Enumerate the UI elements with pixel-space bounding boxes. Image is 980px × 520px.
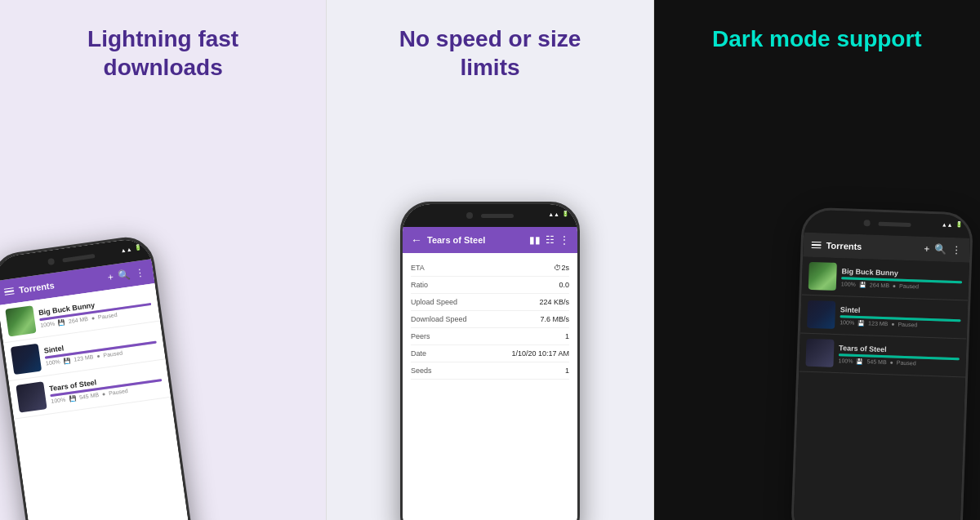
panel-lightning: Lightning fast downloads ▲▲ 🔋 Torrent xyxy=(0,0,326,520)
upload-value: 224 KB/s xyxy=(539,298,569,306)
back-arrow-icon[interactable]: ← xyxy=(411,233,422,247)
add-icon-1[interactable]: + xyxy=(107,271,114,283)
ratio-value: 0.0 xyxy=(559,281,569,289)
torrent-info-sintel-1: Sintel 100% 💾 123 MB ● Paused xyxy=(43,331,158,367)
phone-camera-2 xyxy=(466,212,473,219)
panel-dark-mode: Dark mode support ▲▲ 🔋 Torrents xyxy=(654,0,980,520)
thumb-tos-1 xyxy=(16,381,47,412)
detail-row-peers: Peers 1 xyxy=(411,328,569,345)
detail-bar-title: Tears of Steel xyxy=(427,235,524,245)
thumb-tos-3 xyxy=(805,339,834,367)
phone-screen-3: ▲▲ 🔋 Torrents + 🔍 ⋮ xyxy=(793,210,971,520)
detail-row-seeds: Seeds 1 xyxy=(411,362,569,380)
torrent-item-bbb-3[interactable]: Big Buck Bunny 100% 💾 264 MB ● Paused xyxy=(801,257,969,301)
thumb-sintel-1 xyxy=(11,344,42,375)
torrent-size-tos-3: 💾 xyxy=(856,358,863,364)
detail-bar-icons: ▮▮ ☷ ⋮ xyxy=(529,234,569,246)
torrent-status-val-tos-3: Paused xyxy=(897,360,916,367)
torrent-status-sintel-1: ● xyxy=(96,353,100,359)
phone-status-1: ▲▲ 🔋 xyxy=(120,244,142,254)
search-icon-3[interactable]: 🔍 xyxy=(934,243,947,256)
phone-camera-1 xyxy=(47,258,55,265)
torrent-info-sintel-3: Sintel 100% 💾 123 MB ● Paused xyxy=(840,305,961,330)
torrent-size-bbb-3: 💾 xyxy=(859,281,866,287)
torrent-info-bbb-3: Big Buck Bunny 100% 💾 264 MB ● Paused xyxy=(841,267,963,291)
phone-status-3: ▲▲ 🔋 xyxy=(942,220,963,228)
panel-no-limits: No speed or size limits ▲▲ 🔋 ← Tears of … xyxy=(326,0,653,520)
torrent-size-val-bbb-1: 264 MB xyxy=(68,316,88,324)
torrent-size-val-tos-1: 545 MB xyxy=(79,392,100,400)
panel-2-title: No speed or size limits xyxy=(376,24,604,82)
thumb-sintel-3 xyxy=(807,300,835,329)
download-value: 7.6 MB/s xyxy=(540,315,569,323)
phone-speaker-2 xyxy=(481,214,514,218)
torrent-progress-sintel-3: 100% xyxy=(840,319,854,326)
phone-screen-2: ▲▲ 🔋 ← Tears of Steel ▮▮ ☷ ⋮ ETA ⏱2s xyxy=(403,204,577,520)
torrent-item-tos-3[interactable]: Tears of Steel 100% 💾 545 MB ● Paused xyxy=(799,333,967,377)
torrent-status-val-tos-1: Paused xyxy=(109,388,128,396)
phone-mockup-2: ▲▲ 🔋 ← Tears of Steel ▮▮ ☷ ⋮ ETA ⏱2s xyxy=(400,202,580,520)
torrent-status-bbb-3: ● xyxy=(893,282,896,288)
detail-row-date: Date 1/10/20 10:17 AM xyxy=(411,345,569,362)
torrent-status-val-bbb-3: Paused xyxy=(899,283,919,290)
peers-value: 1 xyxy=(565,332,569,340)
phone-mockup-1: ▲▲ 🔋 Torrents + 🔍 ⋮ xyxy=(0,233,196,520)
torrent-size-val-tos-3: 545 MB xyxy=(866,358,886,365)
torrent-size-sintel-3: 💾 xyxy=(858,319,865,326)
torrent-size-val-bbb-3: 264 MB xyxy=(870,282,889,288)
date-label: Date xyxy=(411,349,426,358)
torrent-size-val-sintel-1: 123 MB xyxy=(74,353,94,362)
add-icon-3[interactable]: + xyxy=(924,243,929,255)
phone-speaker-1 xyxy=(62,253,95,262)
eta-value: ⏱2s xyxy=(554,264,569,272)
signal-icon-1: ▲▲ xyxy=(120,246,132,253)
seeds-label: Seeds xyxy=(411,367,432,375)
pause-icon[interactable]: ▮▮ xyxy=(529,234,541,246)
torrent-progress-bbb-1: 100% xyxy=(40,321,56,328)
torrent-status-tos-3: ● xyxy=(890,359,893,365)
torrent-list-1: Big Buck Bunny 100% 💾 264 MB ● Paused xyxy=(0,283,193,520)
battery-icon-3: 🔋 xyxy=(955,221,962,228)
torrent-item-sintel-3[interactable]: Sintel 100% 💾 123 MB ● Paused xyxy=(800,295,969,339)
list-icon[interactable]: ☷ xyxy=(546,234,555,246)
thumb-bbb-1 xyxy=(5,305,36,336)
torrent-progress-bbb-3: 100% xyxy=(841,281,856,287)
app-bar-icons-3: + 🔍 ⋮ xyxy=(924,243,961,256)
download-label: Download Speed xyxy=(411,315,467,323)
peers-label: Peers xyxy=(411,332,430,340)
torrent-size-tos-1: 💾 xyxy=(69,394,77,402)
app-bar-icons-1: + 🔍 ⋮ xyxy=(107,267,146,283)
hamburger-icon-3 xyxy=(811,242,821,249)
more-icon-2[interactable]: ⋮ xyxy=(559,234,569,246)
more-icon-1[interactable]: ⋮ xyxy=(135,267,146,280)
panel-1-title: Lightning fast downloads xyxy=(49,24,278,82)
signal-icon-2: ▲▲ xyxy=(548,211,559,217)
torrent-status-val-sintel-1: Paused xyxy=(103,349,122,358)
phone-status-2: ▲▲ 🔋 xyxy=(548,211,569,217)
panel-3-title: Dark mode support xyxy=(712,24,922,53)
torrent-size-val-sintel-3: 123 MB xyxy=(868,320,888,327)
torrent-size-sintel-1: 💾 xyxy=(63,357,71,364)
phone-mockup-3: ▲▲ 🔋 Torrents + 🔍 ⋮ xyxy=(791,207,973,520)
torrent-progress-sintel-1: 100% xyxy=(45,358,60,366)
date-value: 1/10/20 10:17 AM xyxy=(511,349,569,358)
signal-icon-3: ▲▲ xyxy=(942,221,953,227)
detail-row-ratio: Ratio 0.0 xyxy=(411,277,569,294)
torrent-status-bbb-1: ● xyxy=(91,315,95,322)
battery-icon-1: 🔋 xyxy=(134,244,142,251)
phone-camera-3 xyxy=(863,220,870,226)
torrent-info-tos-3: Tears of Steel 100% 💾 545 MB ● Paused xyxy=(839,344,960,368)
torrent-status-val-bbb-1: Paused xyxy=(97,312,117,320)
search-icon-1[interactable]: 🔍 xyxy=(118,269,131,282)
phone-screen-1: ▲▲ 🔋 Torrents + 🔍 ⋮ xyxy=(0,237,193,520)
more-icon-3[interactable]: ⋮ xyxy=(951,244,961,256)
torrent-status-val-sintel-3: Paused xyxy=(898,322,917,328)
upload-label: Upload Speed xyxy=(411,298,457,306)
torrent-info-bbb-1: Big Buck Bunny 100% 💾 264 MB ● Paused xyxy=(38,293,152,329)
ratio-label: Ratio xyxy=(411,281,428,289)
torrent-progress-tos-1: 100% xyxy=(51,397,66,404)
detail-content: ETA ⏱2s Ratio 0.0 Upload Speed 224 KB/s … xyxy=(403,253,577,520)
detail-row-upload: Upload Speed 224 KB/s xyxy=(411,294,569,311)
detail-app-bar: ← Tears of Steel ▮▮ ☷ ⋮ xyxy=(403,227,577,253)
hamburger-icon-1 xyxy=(4,287,15,296)
